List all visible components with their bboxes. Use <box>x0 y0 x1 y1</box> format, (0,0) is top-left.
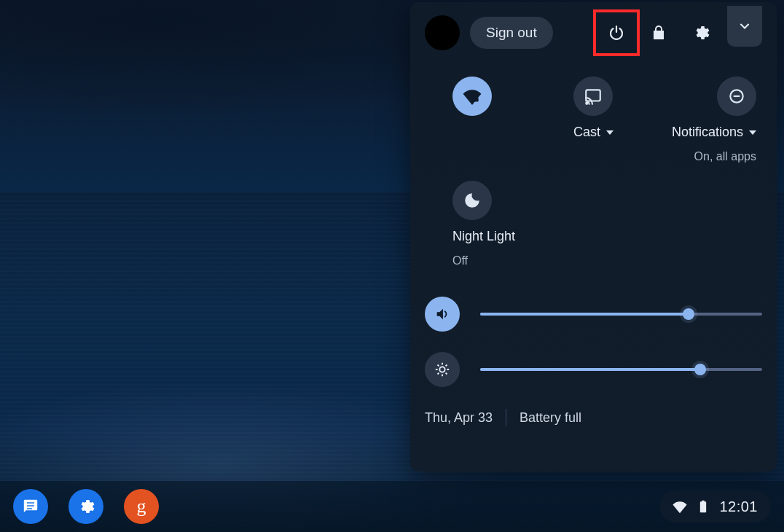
sliders <box>425 297 762 387</box>
brightness-icon[interactable] <box>425 352 460 387</box>
brightness-slider[interactable] <box>480 368 762 371</box>
volume-slider[interactable] <box>480 313 762 316</box>
settings-button[interactable] <box>685 17 717 49</box>
chat-icon <box>22 498 39 515</box>
caret-down-icon <box>749 130 756 135</box>
cast-icon <box>573 77 613 116</box>
divider <box>506 409 506 426</box>
svg-rect-0 <box>474 98 479 101</box>
avatar[interactable] <box>425 15 460 50</box>
shelf-apps: g <box>13 489 159 524</box>
panel-header: Sign out <box>425 15 762 50</box>
messages-app[interactable] <box>13 489 48 524</box>
volume-row <box>425 297 762 332</box>
settings-app[interactable] <box>68 489 103 524</box>
battery-status: Battery full <box>520 410 581 426</box>
letter-g-icon: g <box>137 496 146 517</box>
cast-toggle[interactable]: Cast <box>541 77 646 163</box>
gear-icon <box>77 498 95 515</box>
cast-label: Cast <box>573 125 600 140</box>
power-icon <box>608 24 625 42</box>
notifications-toggle[interactable]: Notifications On, all apps <box>657 77 762 163</box>
volume-icon[interactable] <box>425 297 460 332</box>
wifi-icon <box>452 77 492 116</box>
svg-rect-1 <box>587 90 601 101</box>
notifications-sub: On, all apps <box>694 150 756 163</box>
wifi-status-icon <box>673 499 687 514</box>
quick-toggles-row-2: Night Light Off <box>425 181 762 267</box>
sign-out-button[interactable]: Sign out <box>470 17 553 49</box>
battery-status-icon <box>696 499 710 514</box>
collapse-panel-button[interactable] <box>727 6 762 47</box>
panel-footer: Thu, Apr 33 Battery full <box>425 409 762 426</box>
night-light-toggle[interactable]: Night Light Off <box>425 181 530 267</box>
quick-toggles-row-1: Cast Notifications On, all apps <box>425 77 762 163</box>
night-light-sub: Off <box>452 254 468 267</box>
network-toggle[interactable] <box>425 77 530 163</box>
clock-time: 12:01 <box>719 498 758 515</box>
gear-icon <box>692 24 710 42</box>
svg-point-2 <box>587 103 588 104</box>
power-button[interactable] <box>600 17 632 49</box>
night-light-label: Night Light <box>452 229 515 244</box>
app-g[interactable]: g <box>124 489 159 524</box>
night-light-icon <box>452 181 492 220</box>
notifications-label: Notifications <box>672 125 743 140</box>
quick-settings-panel: Sign out <box>410 2 777 472</box>
caret-down-icon <box>606 130 614 135</box>
lock-icon <box>650 24 667 42</box>
panel-date: Thu, Apr 33 <box>425 410 493 426</box>
chevron-down-icon <box>737 19 752 34</box>
brightness-row <box>425 352 762 387</box>
lock-button[interactable] <box>643 17 675 49</box>
status-tray[interactable]: 12:01 <box>659 490 771 523</box>
svg-point-4 <box>439 367 444 372</box>
shelf: g 12:01 <box>0 481 784 532</box>
do-not-disturb-icon <box>717 77 756 116</box>
